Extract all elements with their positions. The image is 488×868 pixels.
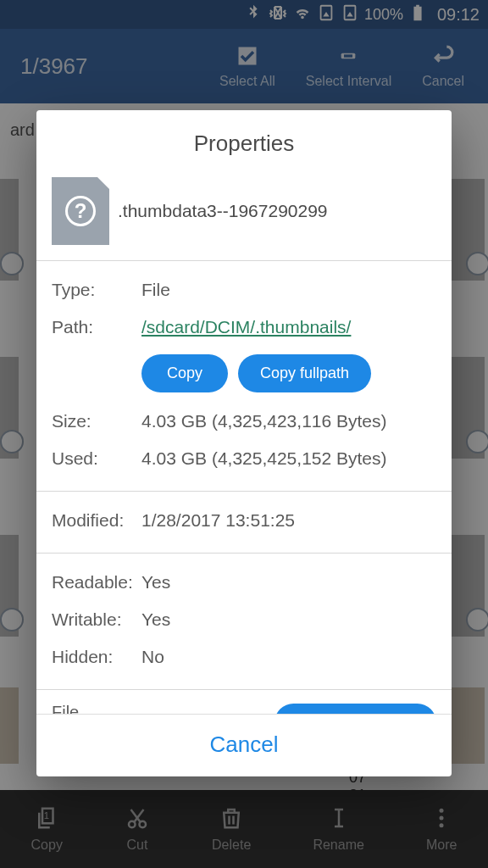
type-value: File [141, 276, 436, 303]
hidden-label: Hidden: [52, 643, 141, 670]
used-label: Used: [52, 445, 141, 472]
writable-value: Yes [141, 606, 436, 633]
size-value: 4.03 GB (4,325,423,116 Bytes) [141, 408, 436, 435]
show-checksum-button[interactable]: Show checksum [274, 704, 436, 715]
type-label: Type: [52, 276, 141, 303]
size-label: Size: [52, 408, 141, 435]
copy-path-button[interactable]: Copy [141, 354, 228, 392]
writable-label: Writable: [52, 606, 141, 633]
modified-label: Modified: [52, 507, 141, 534]
cancel-button[interactable]: Cancel [210, 732, 279, 758]
readable-value: Yes [141, 569, 436, 596]
modified-value: 1/28/2017 13:51:25 [141, 507, 436, 534]
modal-overlay[interactable]: Properties ? .thumbdata3--1967290299 Typ… [0, 0, 488, 868]
path-label: Path: [52, 314, 141, 341]
readable-label: Readable: [52, 569, 141, 596]
dialog-title: Properties [36, 110, 452, 172]
unknown-file-icon: ? [52, 177, 109, 245]
hidden-value: No [141, 643, 436, 670]
path-link[interactable]: /sdcard/DCIM/.thumbnails/ [141, 317, 351, 337]
file-name: .thumbdata3--1967290299 [118, 201, 328, 221]
checksum-label: File checksum [52, 702, 153, 714]
properties-dialog: Properties ? .thumbdata3--1967290299 Typ… [36, 110, 452, 776]
copy-fullpath-button[interactable]: Copy fullpath [238, 354, 371, 392]
used-value: 4.03 GB (4,325,425,152 Bytes) [141, 445, 436, 472]
